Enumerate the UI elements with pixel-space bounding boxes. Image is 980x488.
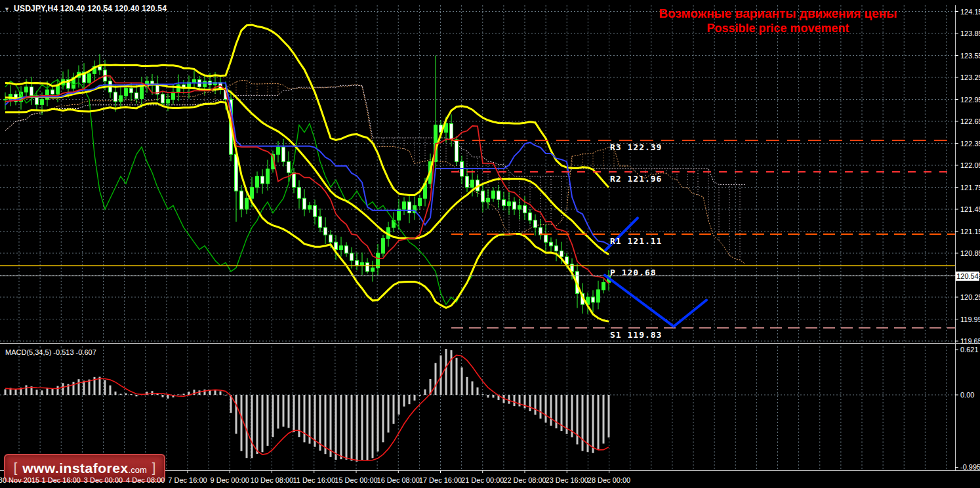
price-tick-label: 122.05 bbox=[960, 161, 980, 169]
chart-canvas: 124.15123.85123.55123.25122.95122.65122.… bbox=[0, 0, 980, 488]
price-tick-label: 122.65 bbox=[960, 117, 980, 125]
bracket-left: [ bbox=[14, 460, 18, 476]
watermark-text: www.instaforex bbox=[22, 460, 128, 476]
price-tick-label: 122.95 bbox=[960, 96, 980, 104]
instaforex-watermark: [www.instaforex.com] bbox=[4, 454, 165, 482]
macd-pane bbox=[5, 349, 609, 462]
macd-tick-label: -0.995 bbox=[960, 463, 980, 471]
chikou-line bbox=[5, 79, 472, 304]
price-tick-label: 121.15 bbox=[960, 228, 980, 235]
price-tick-label: 119.65 bbox=[960, 337, 980, 345]
price-tick-label: 123.85 bbox=[960, 30, 980, 37]
bracket-right: ] bbox=[152, 460, 156, 476]
price-tick-label: 123.55 bbox=[960, 52, 980, 60]
price-tick-label: 121.45 bbox=[960, 205, 980, 213]
grid-layer bbox=[0, 5, 955, 470]
price-tick-label: 119.95 bbox=[960, 315, 980, 323]
watermark-suffix: .com bbox=[129, 465, 147, 475]
price-tick-label: 122.35 bbox=[960, 140, 980, 148]
price-tick-label: 120.25 bbox=[960, 293, 980, 301]
macd-tick-label: 0.621 bbox=[960, 346, 979, 354]
price-tick-label: 124.15 bbox=[960, 8, 980, 16]
mt4-chart-window: 124.15123.85123.55123.25122.95122.65122.… bbox=[0, 0, 980, 488]
chart-chrome bbox=[0, 5, 980, 471]
price-tick-label: 121.75 bbox=[960, 184, 980, 192]
price-tick-label: 120.55 bbox=[960, 272, 980, 279]
bollinger-lower bbox=[5, 102, 609, 321]
price-tick-label: 120.85 bbox=[960, 249, 980, 257]
macd-tick-label: 0.00 bbox=[960, 391, 974, 399]
price-tick-label: 123.25 bbox=[960, 73, 980, 81]
